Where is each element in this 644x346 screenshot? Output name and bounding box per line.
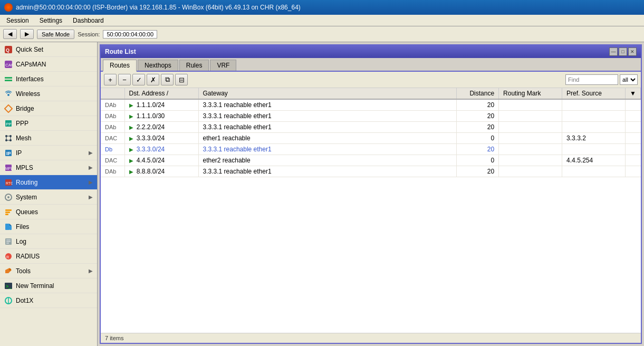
cell-dst: ▶ 4.4.5.0/24 [124, 155, 198, 166]
cell-dist: 20 [457, 122, 499, 133]
sidebar-item-log[interactable]: Log [0, 234, 97, 249]
sidebar-item-mesh[interactable]: Mesh [0, 131, 97, 146]
cell-rm [499, 144, 562, 155]
col-header-rm[interactable]: Routing Mark [499, 88, 562, 99]
cell-dst: ▶ 1.1.1.0/24 [124, 99, 198, 111]
forward-button[interactable]: ▶ [20, 29, 34, 39]
table-row[interactable]: DAb ▶ 1.1.1.0/30 3.3.3.1 reachable ether… [101, 111, 641, 122]
find-select[interactable]: all [620, 74, 638, 85]
sidebar-item-bridge[interactable]: Bridge [0, 101, 97, 116]
system-icon [4, 193, 13, 201]
cell-flags: Db [101, 144, 124, 155]
sidebar-label-queues: Queues [16, 208, 93, 216]
tab-rules[interactable]: Rules [179, 60, 209, 71]
col-header-ps[interactable]: Pref. Source [562, 88, 626, 99]
svg-rect-5 [5, 80, 12, 81]
bridge-icon [4, 104, 13, 113]
remove-button[interactable]: − [118, 74, 131, 85]
sidebar-item-queues[interactable]: Queues [0, 205, 97, 219]
table-row[interactable]: Db ▶ 3.3.3.0/24 3.3.3.1 reachable ether1… [101, 144, 641, 155]
status-bar: 7 items [101, 333, 641, 343]
tab-routes[interactable]: Routes [103, 60, 137, 72]
sidebar-item-system[interactable]: System ▶ [0, 190, 97, 205]
routing-arrow: ▶ [89, 179, 93, 185]
cell-flags: DAb [101, 166, 124, 177]
item-count: 7 items [105, 335, 123, 341]
cell-ps [562, 99, 626, 111]
col-header-gw[interactable]: Gateway [198, 88, 457, 99]
cell-gw: ether2 reachable [198, 155, 457, 166]
filter-button[interactable]: ⊟ [175, 74, 188, 85]
sidebar-label-ip: IP [16, 149, 85, 157]
sidebar-label-ppp: PPP [16, 120, 93, 127]
safe-mode-button[interactable]: Safe Mode [37, 30, 74, 39]
table-row[interactable]: DAC ▶ 4.4.5.0/24 ether2 reachable 0 4.4.… [101, 155, 641, 166]
sidebar-label-radius: RADIUS [16, 253, 93, 260]
col-header-dst[interactable]: Dst. Address / [124, 88, 198, 99]
sidebar-item-new-terminal[interactable]: >_ New Terminal [0, 278, 97, 293]
svg-rect-27 [5, 212, 10, 213]
sidebar-item-wireless[interactable]: Wireless [0, 86, 97, 101]
ip-icon: IP [4, 149, 13, 157]
cell-flags: DAC [101, 155, 124, 166]
cell-flags: DAb [101, 99, 124, 111]
route-table: Dst. Address / Gateway Distance Routing … [101, 88, 641, 333]
routes-table: Dst. Address / Gateway Distance Routing … [101, 88, 641, 177]
col-header-dist[interactable]: Distance [457, 88, 499, 99]
tab-nexthops[interactable]: Nexthops [138, 60, 178, 71]
toolbar: ◀ ▶ Safe Mode Session: 50:00:00:04:00:00 [0, 26, 644, 42]
log-icon [4, 237, 13, 246]
svg-text:R: R [6, 255, 9, 259]
ip-arrow: ▶ [89, 150, 93, 156]
main-layout: Q Quick Set CAP CAPsMAN Interfaces Wirel… [0, 42, 644, 346]
copy-button[interactable]: ⧉ [161, 74, 174, 85]
minimize-button[interactable]: — [609, 47, 618, 56]
title-bar: admin@50:00:00:04:00:00 (ISP-Border) via… [0, 0, 644, 15]
sidebar-label-quick-set: Quick Set [16, 46, 93, 53]
cell-gw: 3.3.3.1 reachable ether1 [198, 122, 457, 133]
add-button[interactable]: + [104, 74, 117, 85]
sidebar-item-routing[interactable]: RTG Routing ▶ [0, 175, 97, 190]
svg-rect-29 [5, 224, 9, 230]
sidebar-item-ppp[interactable]: PP PPP [0, 116, 97, 131]
action-toolbar: + − ✓ ✗ ⧉ ⊟ all [101, 72, 641, 88]
tab-vrf[interactable]: VRF [210, 60, 236, 71]
cell-dst: ▶ 3.3.3.0/24 [124, 144, 198, 155]
sidebar-item-radius[interactable]: R RADIUS [0, 249, 97, 264]
sidebar-label-interfaces: Interfaces [16, 75, 93, 83]
maximize-button[interactable]: □ [619, 47, 627, 56]
cell-flags: DAb [101, 122, 124, 133]
table-row[interactable]: DAb ▶ 2.2.2.0/24 3.3.3.1 reachable ether… [101, 122, 641, 133]
find-input[interactable] [565, 74, 618, 85]
mpls-icon: MPLS [4, 164, 13, 172]
enable-button[interactable]: ✓ [132, 74, 145, 85]
menu-session[interactable]: Session [2, 16, 33, 25]
svg-point-25 [7, 196, 9, 198]
col-header-flags[interactable] [101, 88, 124, 99]
disable-button[interactable]: ✗ [147, 74, 159, 85]
quickset-icon: Q [4, 45, 13, 54]
menu-dashboard[interactable]: Dashboard [69, 16, 108, 25]
sidebar-item-interfaces[interactable]: Interfaces [0, 72, 97, 86]
tools-arrow: ▶ [89, 268, 93, 274]
sidebar-item-dot1x[interactable]: Dot1X [0, 293, 97, 308]
files-icon [4, 223, 13, 231]
table-row[interactable]: DAb ▶ 8.8.8.0/24 3.3.3.1 reachable ether… [101, 166, 641, 177]
back-button[interactable]: ◀ [3, 29, 17, 39]
sidebar-item-ip[interactable]: IP IP ▶ [0, 146, 97, 160]
sidebar-item-capsman[interactable]: CAP CAPsMAN [0, 57, 97, 72]
cell-dst: ▶ 2.2.2.0/24 [124, 122, 198, 133]
cell-rm [499, 133, 562, 144]
menu-settings[interactable]: Settings [35, 16, 66, 25]
sidebar-item-mpls[interactable]: MPLS MPLS ▶ [0, 160, 97, 175]
sidebar-item-quick-set[interactable]: Q Quick Set [0, 42, 97, 57]
table-row[interactable]: DAC ▶ 3.3.3.0/24 ether1 reachable 0 3.3.… [101, 133, 641, 144]
cell-ps [562, 166, 626, 177]
cell-dst: ▶ 3.3.3.0/24 [124, 133, 198, 144]
sidebar-item-files[interactable]: Files [0, 219, 97, 234]
table-row[interactable]: DAb ▶ 1.1.1.0/24 3.3.3.1 reachable ether… [101, 99, 641, 111]
session-label: Session: [78, 31, 100, 37]
cell-gw: 3.3.3.1 reachable ether1 [198, 111, 457, 122]
close-button[interactable]: ✕ [628, 47, 637, 56]
sidebar-item-tools[interactable]: Tools ▶ [0, 264, 97, 278]
